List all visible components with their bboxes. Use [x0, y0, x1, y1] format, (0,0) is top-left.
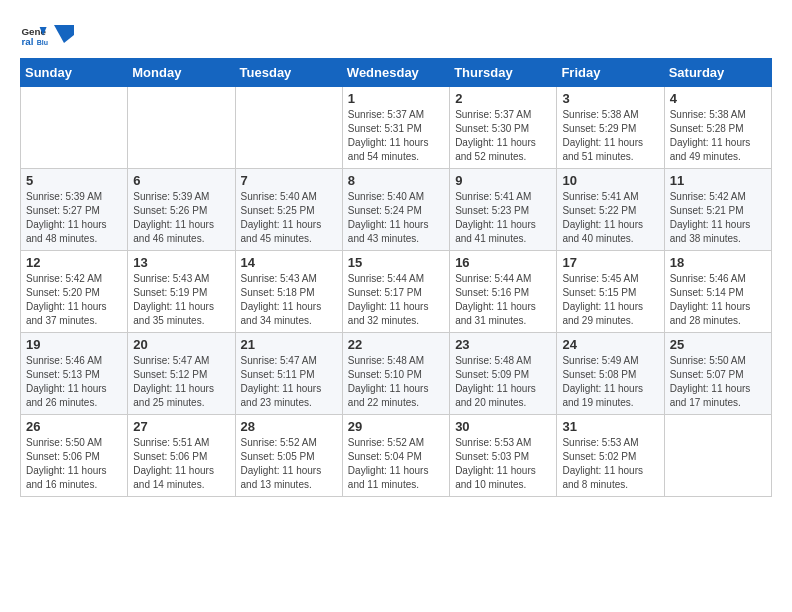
day-number: 18 — [670, 255, 766, 270]
day-number: 14 — [241, 255, 337, 270]
calendar-cell: 21Sunrise: 5:47 AM Sunset: 5:11 PM Dayli… — [235, 333, 342, 415]
calendar-cell: 26Sunrise: 5:50 AM Sunset: 5:06 PM Dayli… — [21, 415, 128, 497]
day-number: 26 — [26, 419, 122, 434]
day-info: Sunrise: 5:43 AM Sunset: 5:19 PM Dayligh… — [133, 272, 229, 328]
day-info: Sunrise: 5:53 AM Sunset: 5:03 PM Dayligh… — [455, 436, 551, 492]
day-number: 8 — [348, 173, 444, 188]
calendar-cell: 27Sunrise: 5:51 AM Sunset: 5:06 PM Dayli… — [128, 415, 235, 497]
day-number: 17 — [562, 255, 658, 270]
calendar-cell: 18Sunrise: 5:46 AM Sunset: 5:14 PM Dayli… — [664, 251, 771, 333]
day-info: Sunrise: 5:49 AM Sunset: 5:08 PM Dayligh… — [562, 354, 658, 410]
day-number: 28 — [241, 419, 337, 434]
weekday-header-saturday: Saturday — [664, 59, 771, 87]
calendar-cell: 2Sunrise: 5:37 AM Sunset: 5:30 PM Daylig… — [450, 87, 557, 169]
day-number: 10 — [562, 173, 658, 188]
calendar-cell: 3Sunrise: 5:38 AM Sunset: 5:29 PM Daylig… — [557, 87, 664, 169]
day-number: 3 — [562, 91, 658, 106]
weekday-header-row: SundayMondayTuesdayWednesdayThursdayFrid… — [21, 59, 772, 87]
calendar-cell: 4Sunrise: 5:38 AM Sunset: 5:28 PM Daylig… — [664, 87, 771, 169]
day-info: Sunrise: 5:53 AM Sunset: 5:02 PM Dayligh… — [562, 436, 658, 492]
day-number: 2 — [455, 91, 551, 106]
calendar-week-row: 1Sunrise: 5:37 AM Sunset: 5:31 PM Daylig… — [21, 87, 772, 169]
day-number: 30 — [455, 419, 551, 434]
day-number: 6 — [133, 173, 229, 188]
day-info: Sunrise: 5:41 AM Sunset: 5:23 PM Dayligh… — [455, 190, 551, 246]
calendar-cell: 6Sunrise: 5:39 AM Sunset: 5:26 PM Daylig… — [128, 169, 235, 251]
calendar-week-row: 5Sunrise: 5:39 AM Sunset: 5:27 PM Daylig… — [21, 169, 772, 251]
svg-text:Blue: Blue — [37, 39, 48, 46]
calendar-week-row: 26Sunrise: 5:50 AM Sunset: 5:06 PM Dayli… — [21, 415, 772, 497]
calendar-cell: 31Sunrise: 5:53 AM Sunset: 5:02 PM Dayli… — [557, 415, 664, 497]
day-info: Sunrise: 5:38 AM Sunset: 5:28 PM Dayligh… — [670, 108, 766, 164]
day-info: Sunrise: 5:52 AM Sunset: 5:05 PM Dayligh… — [241, 436, 337, 492]
calendar-cell: 1Sunrise: 5:37 AM Sunset: 5:31 PM Daylig… — [342, 87, 449, 169]
calendar-cell: 14Sunrise: 5:43 AM Sunset: 5:18 PM Dayli… — [235, 251, 342, 333]
calendar-cell: 30Sunrise: 5:53 AM Sunset: 5:03 PM Dayli… — [450, 415, 557, 497]
calendar-cell — [235, 87, 342, 169]
day-info: Sunrise: 5:40 AM Sunset: 5:24 PM Dayligh… — [348, 190, 444, 246]
svg-marker-5 — [54, 25, 74, 43]
day-number: 7 — [241, 173, 337, 188]
day-info: Sunrise: 5:46 AM Sunset: 5:14 PM Dayligh… — [670, 272, 766, 328]
calendar-cell: 9Sunrise: 5:41 AM Sunset: 5:23 PM Daylig… — [450, 169, 557, 251]
day-number: 5 — [26, 173, 122, 188]
day-info: Sunrise: 5:50 AM Sunset: 5:06 PM Dayligh… — [26, 436, 122, 492]
day-info: Sunrise: 5:42 AM Sunset: 5:20 PM Dayligh… — [26, 272, 122, 328]
day-number: 20 — [133, 337, 229, 352]
calendar-cell: 11Sunrise: 5:42 AM Sunset: 5:21 PM Dayli… — [664, 169, 771, 251]
day-number: 19 — [26, 337, 122, 352]
calendar-cell: 17Sunrise: 5:45 AM Sunset: 5:15 PM Dayli… — [557, 251, 664, 333]
day-number: 24 — [562, 337, 658, 352]
calendar-cell: 22Sunrise: 5:48 AM Sunset: 5:10 PM Dayli… — [342, 333, 449, 415]
calendar-cell: 10Sunrise: 5:41 AM Sunset: 5:22 PM Dayli… — [557, 169, 664, 251]
day-number: 27 — [133, 419, 229, 434]
weekday-header-monday: Monday — [128, 59, 235, 87]
day-info: Sunrise: 5:37 AM Sunset: 5:31 PM Dayligh… — [348, 108, 444, 164]
day-info: Sunrise: 5:46 AM Sunset: 5:13 PM Dayligh… — [26, 354, 122, 410]
logo-arrow-icon — [54, 25, 74, 43]
day-info: Sunrise: 5:37 AM Sunset: 5:30 PM Dayligh… — [455, 108, 551, 164]
calendar-cell: 12Sunrise: 5:42 AM Sunset: 5:20 PM Dayli… — [21, 251, 128, 333]
day-number: 21 — [241, 337, 337, 352]
calendar-cell — [128, 87, 235, 169]
calendar-cell — [664, 415, 771, 497]
day-number: 22 — [348, 337, 444, 352]
day-info: Sunrise: 5:47 AM Sunset: 5:12 PM Dayligh… — [133, 354, 229, 410]
logo: Gene ral Blue — [20, 20, 74, 48]
day-number: 13 — [133, 255, 229, 270]
weekday-header-tuesday: Tuesday — [235, 59, 342, 87]
page-header: Gene ral Blue — [20, 20, 772, 48]
calendar-cell: 19Sunrise: 5:46 AM Sunset: 5:13 PM Dayli… — [21, 333, 128, 415]
day-info: Sunrise: 5:44 AM Sunset: 5:17 PM Dayligh… — [348, 272, 444, 328]
calendar-week-row: 12Sunrise: 5:42 AM Sunset: 5:20 PM Dayli… — [21, 251, 772, 333]
day-number: 15 — [348, 255, 444, 270]
day-info: Sunrise: 5:52 AM Sunset: 5:04 PM Dayligh… — [348, 436, 444, 492]
day-info: Sunrise: 5:44 AM Sunset: 5:16 PM Dayligh… — [455, 272, 551, 328]
calendar-cell: 29Sunrise: 5:52 AM Sunset: 5:04 PM Dayli… — [342, 415, 449, 497]
logo-icon: Gene ral Blue — [20, 20, 48, 48]
day-number: 9 — [455, 173, 551, 188]
calendar-cell: 7Sunrise: 5:40 AM Sunset: 5:25 PM Daylig… — [235, 169, 342, 251]
weekday-header-sunday: Sunday — [21, 59, 128, 87]
calendar-cell: 23Sunrise: 5:48 AM Sunset: 5:09 PM Dayli… — [450, 333, 557, 415]
day-info: Sunrise: 5:45 AM Sunset: 5:15 PM Dayligh… — [562, 272, 658, 328]
svg-text:ral: ral — [21, 36, 33, 47]
day-info: Sunrise: 5:48 AM Sunset: 5:10 PM Dayligh… — [348, 354, 444, 410]
day-number: 29 — [348, 419, 444, 434]
day-info: Sunrise: 5:41 AM Sunset: 5:22 PM Dayligh… — [562, 190, 658, 246]
weekday-header-friday: Friday — [557, 59, 664, 87]
calendar-cell: 25Sunrise: 5:50 AM Sunset: 5:07 PM Dayli… — [664, 333, 771, 415]
calendar-cell: 15Sunrise: 5:44 AM Sunset: 5:17 PM Dayli… — [342, 251, 449, 333]
calendar-body: 1Sunrise: 5:37 AM Sunset: 5:31 PM Daylig… — [21, 87, 772, 497]
day-number: 25 — [670, 337, 766, 352]
calendar-cell: 28Sunrise: 5:52 AM Sunset: 5:05 PM Dayli… — [235, 415, 342, 497]
day-number: 31 — [562, 419, 658, 434]
calendar-cell: 16Sunrise: 5:44 AM Sunset: 5:16 PM Dayli… — [450, 251, 557, 333]
day-info: Sunrise: 5:39 AM Sunset: 5:27 PM Dayligh… — [26, 190, 122, 246]
day-number: 11 — [670, 173, 766, 188]
day-info: Sunrise: 5:48 AM Sunset: 5:09 PM Dayligh… — [455, 354, 551, 410]
day-info: Sunrise: 5:43 AM Sunset: 5:18 PM Dayligh… — [241, 272, 337, 328]
day-number: 1 — [348, 91, 444, 106]
calendar-cell — [21, 87, 128, 169]
day-info: Sunrise: 5:39 AM Sunset: 5:26 PM Dayligh… — [133, 190, 229, 246]
